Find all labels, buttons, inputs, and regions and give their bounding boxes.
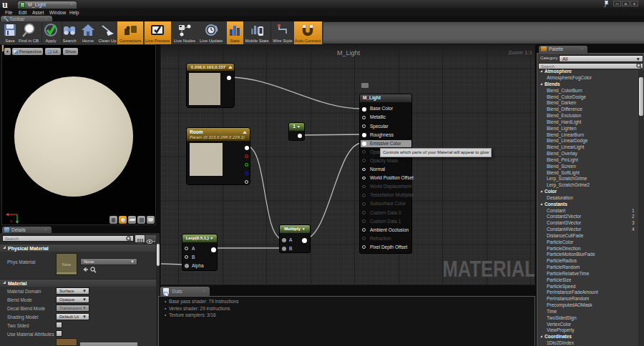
svg-text:x: x [10, 219, 12, 223]
